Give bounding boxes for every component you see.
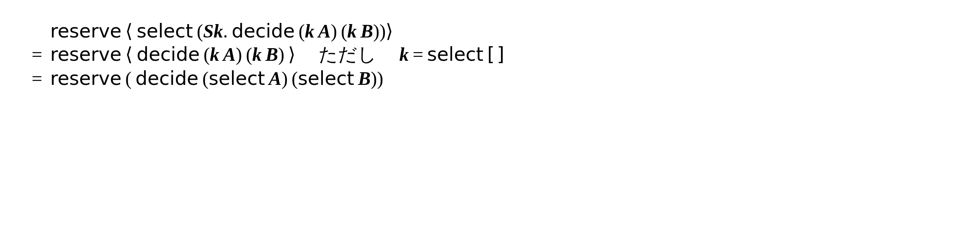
rparen: ) bbox=[331, 21, 337, 41]
rangle: ⟩ bbox=[288, 44, 296, 65]
reserve-keyword: reserve bbox=[50, 43, 121, 65]
var-k: k bbox=[305, 21, 315, 41]
var-k: k bbox=[252, 44, 262, 65]
var-k: k bbox=[347, 21, 357, 41]
hole-context: [ ] bbox=[487, 43, 502, 65]
select-keyword: select bbox=[209, 67, 265, 89]
var-B: B bbox=[358, 68, 371, 89]
rparen: ) bbox=[373, 21, 379, 41]
var-A: A bbox=[223, 44, 236, 65]
var-B: B bbox=[266, 44, 278, 65]
equation-line-1: reserve⟨select(Sk.decide(kA)(kB))⟩ bbox=[32, 20, 502, 42]
rparen: ) bbox=[236, 44, 242, 65]
equation-line-3: = reserve(decide(selectA)(selectB)) bbox=[32, 67, 502, 89]
select-keyword: select bbox=[298, 67, 354, 89]
relation-symbol: = bbox=[32, 42, 50, 67]
rparen: ) bbox=[377, 68, 383, 89]
lparen: ( bbox=[125, 68, 132, 89]
expression: reserve⟨select(Sk.decide(kA)(kB))⟩ bbox=[50, 20, 502, 42]
lparen: ( bbox=[299, 21, 305, 41]
equation-derivation: reserve⟨select(Sk.decide(kA)(kB))⟩ = res… bbox=[32, 20, 502, 89]
rparen: ) bbox=[278, 44, 285, 65]
select-keyword: select bbox=[427, 43, 484, 65]
rparen: ) bbox=[281, 68, 288, 89]
relation-symbol bbox=[32, 20, 50, 42]
lparen: ( bbox=[204, 44, 210, 65]
equation-line-2: = reserve⟨decide(kA)(kB)⟩ただしk=select[ ] bbox=[32, 42, 502, 67]
decide-keyword: decide bbox=[137, 43, 200, 65]
decide-keyword: decide bbox=[232, 20, 295, 42]
var-B: B bbox=[360, 21, 373, 41]
lparen: ( bbox=[292, 68, 298, 89]
relation-symbol: = bbox=[32, 67, 50, 89]
var-k: k bbox=[214, 21, 223, 41]
var-k: k bbox=[210, 44, 219, 65]
var-k: k bbox=[400, 44, 409, 65]
dot: . bbox=[223, 21, 228, 41]
expression: reserve⟨decide(kA)(kB)⟩ただしk=select[ ] bbox=[50, 42, 502, 67]
expression: reserve(decide(selectA)(selectB)) bbox=[50, 67, 502, 89]
tadashi-text: ただし bbox=[318, 43, 377, 65]
langle: ⟨ bbox=[125, 44, 133, 65]
reserve-keyword: reserve bbox=[50, 20, 121, 42]
select-keyword: select bbox=[137, 20, 193, 42]
lparen: ( bbox=[202, 68, 209, 89]
lparen: ( bbox=[246, 44, 252, 65]
rangle: ⟩ bbox=[386, 21, 393, 41]
shift-operator: S bbox=[203, 21, 214, 41]
langle: ⟨ bbox=[125, 21, 133, 41]
reserve-keyword: reserve bbox=[50, 67, 121, 89]
lparen: ( bbox=[197, 21, 203, 41]
rparen: ) bbox=[379, 21, 386, 41]
decide-keyword: decide bbox=[136, 67, 199, 89]
eq-symbol: = bbox=[413, 44, 423, 65]
var-A: A bbox=[318, 21, 331, 41]
lparen: ( bbox=[341, 21, 347, 41]
var-A: A bbox=[269, 68, 281, 89]
rparen: ) bbox=[371, 68, 377, 89]
